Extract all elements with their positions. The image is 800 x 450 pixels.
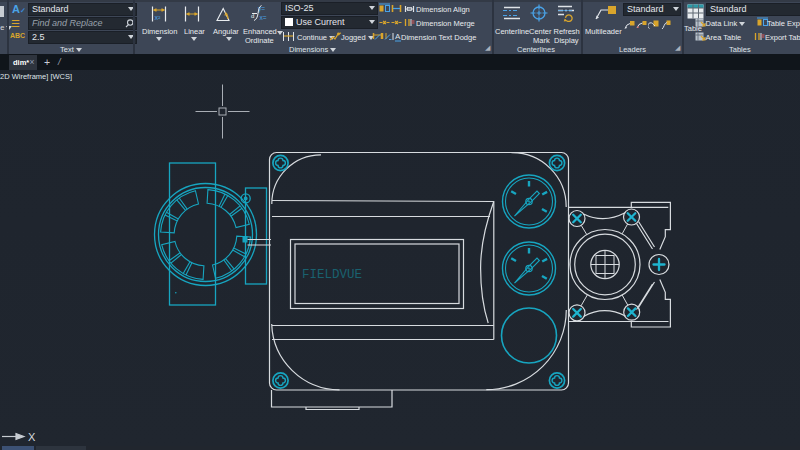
svg-text:A: A: [395, 32, 401, 41]
svg-text:X: X: [28, 431, 36, 443]
svg-text:x²: x²: [155, 14, 162, 21]
svg-text:d: d: [251, 13, 254, 19]
svg-text:FIELDVUE: FIELDVUE: [302, 268, 362, 282]
svg-text:x=: x=: [259, 14, 266, 21]
